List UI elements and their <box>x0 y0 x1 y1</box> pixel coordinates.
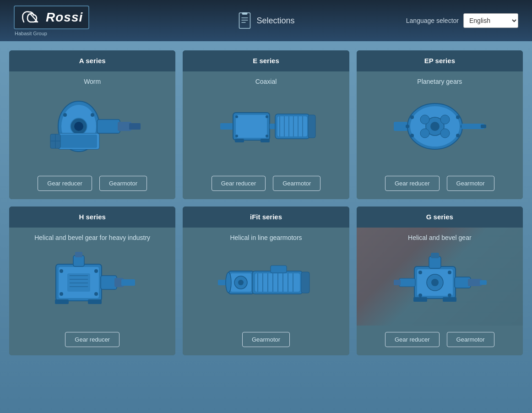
worm-gear-image <box>42 92 143 161</box>
card-e-series-image <box>191 90 341 163</box>
g-series-gear-reducer-button[interactable]: Gear reducer <box>385 332 440 347</box>
card-g-series-subtitle: Helical and bevel gear <box>365 234 515 241</box>
svg-rect-59 <box>101 276 117 289</box>
svg-point-47 <box>420 129 429 138</box>
svg-rect-38 <box>235 139 244 142</box>
svg-rect-39 <box>261 139 270 142</box>
helical-bevel-gear-image <box>389 248 490 317</box>
svg-point-105 <box>448 293 451 297</box>
main-content: A series Worm <box>0 41 532 413</box>
ep-series-gearmotor-button[interactable]: Gearmotor <box>447 176 494 191</box>
svg-rect-109 <box>394 280 401 285</box>
ifit-series-gearmotor-button[interactable]: Gearmotor <box>242 332 290 347</box>
svg-rect-17 <box>60 135 97 148</box>
card-g-series-title: G series <box>426 213 453 221</box>
svg-point-102 <box>418 271 422 274</box>
card-ep-series-image <box>365 90 515 163</box>
svg-rect-108 <box>399 278 415 287</box>
card-ifit-series-footer: Gearmotor <box>183 326 349 355</box>
logo-sub: Habasit Group <box>15 31 47 36</box>
logo-text: Rossi <box>46 10 83 25</box>
card-a-series: A series Worm <box>9 50 175 199</box>
a-series-gear-reducer-button[interactable]: Gear reducer <box>38 176 92 191</box>
svg-rect-23 <box>236 115 267 138</box>
logo-box: Rossi <box>14 5 89 29</box>
helical-inline-image <box>216 248 316 317</box>
card-g-series-body: Helical and bevel gear <box>357 228 523 326</box>
a-series-gearmotor-button[interactable]: Gearmotor <box>99 176 147 191</box>
card-a-series-image <box>17 90 167 163</box>
card-ep-series-title: EP series <box>424 57 455 65</box>
card-h-series: H series Helical and bevel gear for heav… <box>9 206 175 355</box>
svg-point-45 <box>420 115 429 124</box>
header-center: Selections <box>237 12 294 29</box>
header-right: Language selector English Italian German… <box>406 13 518 28</box>
svg-point-107 <box>431 279 439 286</box>
card-ifit-series-image <box>191 246 341 319</box>
card-g-series-footer: Gear reducer Gearmotor <box>357 326 523 355</box>
header: Rossi Habasit Group Selections Language … <box>0 0 532 41</box>
card-a-series-body: Worm <box>9 71 175 169</box>
card-ep-series-subtitle: Planetary gears <box>365 78 515 85</box>
planetary-gear-image <box>389 92 490 161</box>
card-h-series-body: Helical and bevel gear for heavy industr… <box>9 228 175 326</box>
svg-rect-91 <box>271 266 287 273</box>
e-series-gear-reducer-button[interactable]: Gear reducer <box>212 176 266 191</box>
svg-point-53 <box>406 125 409 128</box>
ep-series-gear-reducer-button[interactable]: Gear reducer <box>385 176 440 191</box>
card-h-series-header: H series <box>9 206 175 228</box>
svg-point-104 <box>418 293 422 297</box>
svg-rect-1 <box>242 12 247 15</box>
svg-rect-100 <box>413 297 427 302</box>
language-selector-label: Language selector <box>406 17 459 24</box>
svg-point-9 <box>63 113 67 117</box>
logo-area: Rossi Habasit Group <box>14 5 89 36</box>
card-ifit-series-title: iFit series <box>250 213 282 221</box>
svg-point-44 <box>430 122 440 131</box>
card-ifit-series: iFit series Helical in line gearmotors <box>183 206 349 355</box>
card-ifit-series-header: iFit series <box>183 206 349 228</box>
svg-point-10 <box>91 113 94 117</box>
card-a-series-header: A series <box>9 50 175 71</box>
card-g-series-header: G series <box>357 206 523 228</box>
svg-point-92 <box>226 272 231 293</box>
svg-rect-37 <box>308 115 315 138</box>
g-series-gearmotor-button[interactable]: Gearmotor <box>447 332 494 347</box>
svg-rect-97 <box>480 280 487 285</box>
svg-rect-13 <box>97 120 120 133</box>
card-e-series: E series Coaxial <box>183 50 349 199</box>
language-selector[interactable]: English Italian German French Spanish <box>463 13 518 28</box>
svg-point-46 <box>440 115 450 124</box>
card-h-series-subtitle: Helical and bevel gear for heavy industr… <box>17 234 167 241</box>
svg-point-8 <box>74 122 83 131</box>
svg-point-103 <box>448 271 451 274</box>
card-a-series-subtitle: Worm <box>17 78 167 85</box>
card-h-series-footer: Gear reducer <box>9 326 175 355</box>
card-g-series-image <box>365 246 515 319</box>
card-e-series-footer: Gear reducer Gearmotor <box>183 169 349 199</box>
selections-label[interactable]: Selections <box>256 16 294 26</box>
svg-rect-40 <box>394 122 407 131</box>
svg-point-24 <box>235 115 238 118</box>
h-series-gear-reducer-button[interactable]: Gear reducer <box>65 332 119 347</box>
svg-point-66 <box>60 269 63 273</box>
e-series-gearmotor-button[interactable]: Gearmotor <box>273 176 320 191</box>
card-ep-series-header: EP series <box>357 50 523 71</box>
svg-rect-65 <box>88 299 102 304</box>
svg-point-49 <box>410 115 414 119</box>
card-g-series: G series Helical and bevel gear <box>357 206 523 355</box>
svg-rect-99 <box>431 253 439 258</box>
card-ifit-series-body: Helical in line gearmotors <box>183 228 349 326</box>
svg-point-68 <box>60 292 63 296</box>
card-h-series-image <box>17 246 167 319</box>
svg-rect-101 <box>443 297 456 302</box>
svg-rect-63 <box>75 252 82 257</box>
coaxial-gear-image <box>216 92 316 161</box>
product-grid: A series Worm <box>9 50 523 355</box>
svg-rect-56 <box>481 125 486 128</box>
card-ifit-series-subtitle: Helical in line gearmotors <box>191 234 341 241</box>
svg-rect-0 <box>239 13 250 28</box>
card-ep-series-body: Planetary gears <box>357 71 523 169</box>
svg-point-69 <box>94 292 98 296</box>
rossi-logo-icon <box>20 9 41 26</box>
